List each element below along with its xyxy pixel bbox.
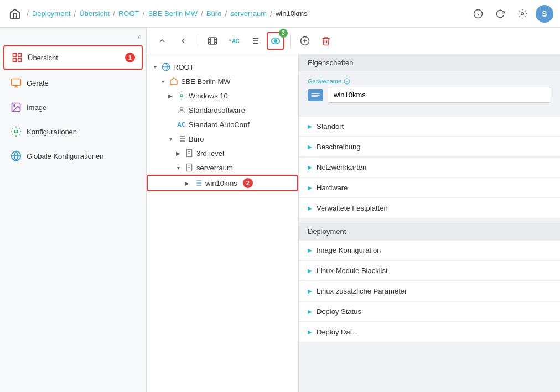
eigenschaften-header: Eigenschaften xyxy=(299,54,560,71)
tree-toggle-win10[interactable]: ▶ xyxy=(167,93,174,99)
svg-point-3 xyxy=(521,12,524,15)
sidebar-item-konfigurationen[interactable]: Konfigurationen xyxy=(3,121,143,143)
accordion-deploy-status[interactable]: ▶ Deploy Status xyxy=(299,302,560,322)
tree-node-root[interactable]: ▾ ROOT xyxy=(147,60,298,74)
device-name-row xyxy=(308,87,551,103)
accordion-verwaltete[interactable]: ▶ Verwaltete Festplatten xyxy=(299,198,560,218)
toolbar-ac-button[interactable]: ▲AC xyxy=(225,32,242,50)
device-name-input[interactable] xyxy=(328,87,551,103)
sidebar-gerate-label: Geräte xyxy=(27,79,49,87)
accordion-beschreibung[interactable]: ▶ Beschreibung xyxy=(299,137,560,157)
sidebar-item-image[interactable]: Image xyxy=(3,96,143,118)
content-area: ▲AC 3 xyxy=(147,28,560,392)
accordion-verwaltete-header[interactable]: ▶ Verwaltete Festplatten xyxy=(299,198,560,218)
verwaltete-arrow: ▶ xyxy=(308,205,312,211)
properties-pane: Eigenschaften Gerätename xyxy=(299,54,560,392)
tree-label-win10: Windows 10 xyxy=(189,92,228,100)
accordion-deploy-status-header[interactable]: ▶ Deploy Status xyxy=(299,302,560,322)
accordion-deploy-data-header[interactable]: ▶ Deploy Dat... xyxy=(299,322,560,342)
breadcrumb-ubersicht[interactable]: Übersicht xyxy=(79,9,110,18)
tree-label-serverraum: serverraum xyxy=(196,164,233,172)
refresh-button[interactable] xyxy=(491,5,509,23)
tree-node-autoconf[interactable]: ▶ AC Standard AutoConf xyxy=(147,117,298,132)
sidebar-item-ubersicht[interactable]: Übersicht 1 xyxy=(3,45,143,70)
deploy-status-label: Deploy Status xyxy=(317,307,361,316)
sidebar-collapse-button[interactable]: ‹ xyxy=(138,32,141,42)
sidebar-item-gerate[interactable]: Geräte xyxy=(3,72,143,94)
accordion-linux-blacklist[interactable]: ▶ Linux Module Blacklist xyxy=(299,261,560,281)
svg-point-36 xyxy=(180,95,183,97)
accordion-image-konfiguration-header[interactable]: ▶ Image Konfiguration xyxy=(299,241,560,260)
tree-toggle-win10kms[interactable]: ▶ xyxy=(183,180,191,186)
linux-blacklist-arrow: ▶ xyxy=(308,268,312,274)
svg-point-13 xyxy=(15,130,18,133)
deploy-status-arrow: ▶ xyxy=(308,309,312,315)
accordion-linux-zusatz-header[interactable]: ▶ Linux zusätzliche Parameter xyxy=(299,281,560,301)
svg-rect-7 xyxy=(18,59,22,62)
tree-label-autoconf: Standard AutoConf xyxy=(189,121,250,129)
tree-node-win10kms[interactable]: ▶ win10kms 2 xyxy=(147,175,298,191)
device-name-field-icon xyxy=(308,89,323,101)
toolbar-separator-2 xyxy=(290,34,291,48)
ubersicht-icon xyxy=(11,51,23,64)
linux-blacklist-label: Linux Module Blacklist xyxy=(317,266,388,275)
image-konfiguration-label: Image Konfiguration xyxy=(317,246,381,254)
accordion-beschreibung-header[interactable]: ▶ Beschreibung xyxy=(299,137,560,157)
accordion-netzwerkkarten[interactable]: ▶ Netzwerkkarten xyxy=(299,158,560,177)
svg-rect-8 xyxy=(12,79,21,86)
tree-toggle-buro[interactable]: ▾ xyxy=(167,136,174,142)
accordion-linux-zusatz[interactable]: ▶ Linux zusätzliche Parameter xyxy=(299,281,560,301)
accordion-hardware[interactable]: ▶ Hardware xyxy=(299,178,560,198)
split-pane: ▾ ROOT ▾ SBE Berl xyxy=(147,54,560,392)
tree-toggle-3rdlevel[interactable]: ▶ xyxy=(174,150,182,156)
accordion-deploy-data[interactable]: ▶ Deploy Dat... xyxy=(299,322,560,342)
topbar: / Deployment / Übersicht / ROOT / SBE Be… xyxy=(0,0,560,28)
accordion-standort-header[interactable]: ▶ Standort xyxy=(299,117,560,137)
win10kms-icon xyxy=(193,178,203,188)
breadcrumb-sbe[interactable]: SBE Berlin MW xyxy=(148,9,198,18)
image-icon xyxy=(10,101,22,113)
tree-toggle-serverraum[interactable]: ▾ xyxy=(174,165,182,171)
user-avatar[interactable]: S xyxy=(536,5,553,23)
settings-button[interactable] xyxy=(514,5,531,23)
accordion-netzwerkkarten-header[interactable]: ▶ Netzwerkkarten xyxy=(299,158,560,177)
accordion-linux-blacklist-header[interactable]: ▶ Linux Module Blacklist xyxy=(299,261,560,281)
buro-icon xyxy=(177,134,186,144)
autoconf-icon: AC xyxy=(177,119,186,129)
accordion-standort[interactable]: ▶ Standort xyxy=(299,117,560,137)
tree-toggle-sbe[interactable]: ▾ xyxy=(159,79,167,85)
win10-icon xyxy=(177,91,186,101)
tree-node-buro[interactable]: ▾ Büro xyxy=(147,132,298,146)
toolbar-list-button[interactable] xyxy=(246,32,263,50)
tree-toggle-root[interactable]: ▾ xyxy=(151,64,159,70)
breadcrumb-win10kms: win10kms xyxy=(276,9,308,18)
breadcrumb-serverraum[interactable]: serverraum xyxy=(230,9,267,18)
accordion-hardware-header[interactable]: ▶ Hardware xyxy=(299,178,560,198)
toolbar-add-button[interactable] xyxy=(296,32,314,50)
tree-node-serverraum[interactable]: ▾ serverraum xyxy=(147,160,298,175)
breadcrumb-root[interactable]: ROOT xyxy=(118,9,139,18)
sidebar-ubersicht-label: Übersicht xyxy=(28,54,58,62)
breadcrumb-buro[interactable]: Büro xyxy=(206,9,221,18)
toolbar-film-button[interactable] xyxy=(204,32,221,50)
sidebar-item-globale[interactable]: Globale Konfigurationen xyxy=(3,145,143,167)
eye-badge-container: 3 xyxy=(267,32,284,50)
toolbar-up-button[interactable] xyxy=(153,32,171,50)
verwaltete-label: Verwaltete Festplatten xyxy=(317,204,388,212)
tree-node-std[interactable]: ▶ Standardsoftware xyxy=(147,103,298,117)
sidebar-konfigurationen-label: Konfigurationen xyxy=(27,128,77,136)
home-button[interactable] xyxy=(7,6,23,22)
toolbar-delete-button[interactable] xyxy=(317,32,335,50)
tree-node-win10[interactable]: ▶ Windows 10 xyxy=(147,88,298,103)
accordion-image-konfiguration[interactable]: ▶ Image Konfiguration xyxy=(299,241,560,260)
breadcrumb-deployment[interactable]: Deployment xyxy=(32,9,70,18)
svg-rect-4 xyxy=(13,54,17,57)
svg-point-37 xyxy=(180,107,183,110)
tree-node-sbe[interactable]: ▾ SBE Berlin MW xyxy=(147,74,298,88)
tree-node-3rdlevel[interactable]: ▶ 3rd-level xyxy=(147,146,298,160)
breadcrumb-sep-5: / xyxy=(225,9,227,18)
breadcrumb-sep-6: / xyxy=(270,9,272,18)
toolbar-back-button[interactable] xyxy=(174,32,192,50)
sidebar-ubersicht-badge: 1 xyxy=(125,53,135,62)
info-button[interactable] xyxy=(469,5,487,23)
